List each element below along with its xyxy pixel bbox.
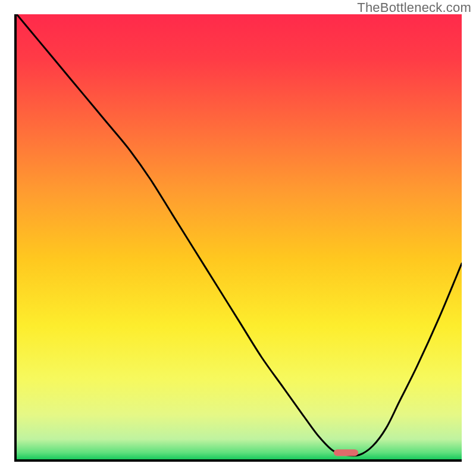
plot-area [14, 14, 462, 462]
chart-foreground [17, 14, 462, 459]
bottleneck-curve [17, 14, 462, 456]
optimum-marker [334, 449, 358, 456]
watermark-text: TheBottleneck.com [357, 0, 471, 15]
